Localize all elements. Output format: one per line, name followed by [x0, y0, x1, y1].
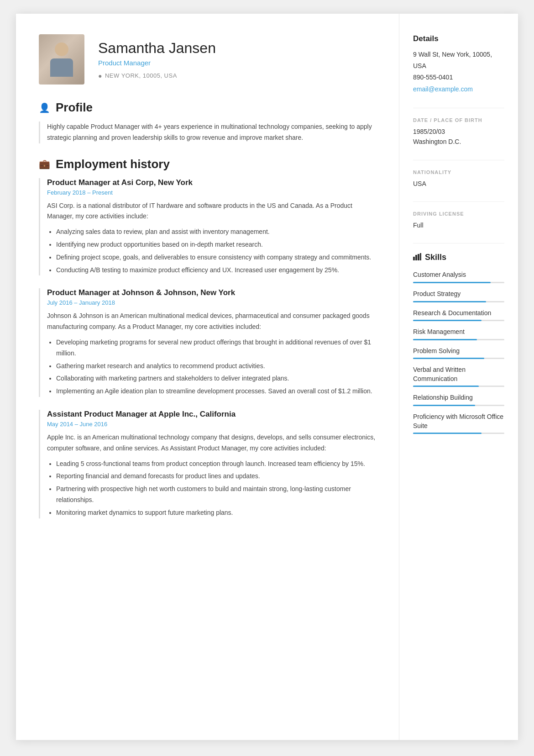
dob-value: 1985/20/03: [413, 127, 504, 137]
resume-header: Samantha Jansen Product Manager ● NEW YO…: [39, 34, 376, 85]
job-3-dates: May 2014 – June 2016: [47, 421, 376, 428]
sidebar-details: Details 9 Wall St, New York, 10005, USA …: [413, 34, 504, 95]
skills-header: Skills: [413, 253, 504, 262]
skill-bar-fill: [413, 320, 482, 321]
job-1: Product Manager at Asi Corp, New York Fe…: [39, 178, 376, 276]
profile-section: 👤 Profile Highly capable Product Manager…: [39, 100, 376, 143]
profile-icon: 👤: [39, 102, 50, 113]
list-item: Leading 5 cross-functional teams from pr…: [56, 459, 376, 470]
header-info: Samantha Jansen Product Manager ● NEW YO…: [98, 40, 216, 79]
list-item: Defining project scope, goals, and deliv…: [56, 252, 376, 263]
details-title: Details: [413, 34, 504, 43]
skill-product-strategy: Product Strategy: [413, 290, 504, 302]
job-2-bullets: Developing marketing programs for severa…: [47, 337, 376, 397]
job-1-dates: February 2018 – Present: [47, 189, 376, 196]
svg-rect-2: [418, 254, 419, 260]
skill-name: Problem Solving: [413, 347, 504, 356]
skills-title: Skills: [425, 253, 446, 262]
skill-risk-management: Risk Management: [413, 328, 504, 340]
sidebar: Details 9 Wall St, New York, 10005, USA …: [399, 14, 518, 740]
skill-bar-fill: [413, 339, 477, 340]
job-3: Assistant Product Manager at Apple Inc.,…: [39, 410, 376, 518]
phone: 890-555-0401: [413, 72, 504, 83]
list-item: Reporting financial and demand forecasts…: [56, 471, 376, 482]
sidebar-driving: DRIVING LICENSE Full: [413, 211, 504, 230]
skill-bar-fill: [413, 301, 486, 302]
job-1-description: ASI Corp. is a national distributor of I…: [47, 201, 376, 222]
skill-research-documentation: Research & Documentation: [413, 309, 504, 322]
sidebar-skills: Skills Customer Analysis Product Strateg…: [413, 253, 504, 434]
sidebar-dob: DATE / PLACE OF BIRTH 1985/20/03 Washing…: [413, 117, 504, 147]
skill-name: Proficiency with Microsoft Office Suite: [413, 412, 504, 430]
dob-label: DATE / PLACE OF BIRTH: [413, 117, 504, 123]
skill-bar-bg: [413, 282, 504, 283]
skill-bar-fill: [413, 358, 484, 359]
svg-rect-3: [420, 253, 421, 260]
skill-bar-fill: [413, 282, 491, 283]
driving-label: DRIVING LICENSE: [413, 211, 504, 217]
employment-icon: 💼: [39, 159, 50, 169]
skill-bar-bg: [413, 358, 504, 359]
profile-text: Highly capable Product Manager with 4+ y…: [39, 122, 376, 143]
list-item: Partnering with prospective high net wor…: [56, 484, 376, 506]
list-item: Implementing an Agile ideation plan to s…: [56, 386, 376, 397]
skill-bar-bg: [413, 405, 504, 406]
skill-verbal-written-communication: Verbal and Written Communication: [413, 365, 504, 387]
list-item: Gathering market research and analytics …: [56, 361, 376, 372]
skill-microsoft-office: Proficiency with Microsoft Office Suite: [413, 412, 504, 434]
address: 9 Wall St, New York, 10005, USA: [413, 49, 504, 72]
svg-rect-0: [413, 257, 415, 260]
skill-bar-fill: [413, 386, 479, 387]
skill-name: Risk Management: [413, 328, 504, 337]
skill-problem-solving: Problem Solving: [413, 347, 504, 359]
job-3-description: Apple Inc. is an American multinational …: [47, 432, 376, 454]
avatar: [39, 34, 84, 85]
skill-bar-bg: [413, 301, 504, 302]
skill-customer-analysis: Customer Analysis: [413, 270, 504, 283]
skill-bar-bg: [413, 386, 504, 387]
candidate-location: ● NEW YORK, 10005, USA: [98, 72, 216, 79]
job-2-dates: July 2016 – January 2018: [47, 299, 376, 306]
nationality-label: NATIONALITY: [413, 169, 504, 175]
skill-name: Verbal and Written Communication: [413, 365, 504, 383]
job-1-title: Product Manager at Asi Corp, New York: [47, 178, 376, 187]
list-item: Collaborating with marketing partners an…: [56, 373, 376, 384]
skill-bar-fill: [413, 405, 475, 406]
list-item: Identifying new product opportunities ba…: [56, 239, 376, 250]
driving-value: Full: [413, 220, 504, 230]
skills-bar-icon: [413, 253, 421, 262]
skill-name: Relationship Building: [413, 393, 504, 402]
list-item: Analyzing sales data to review, plan and…: [56, 227, 376, 238]
skill-bar-bg: [413, 320, 504, 321]
profile-section-header: 👤 Profile: [39, 100, 376, 115]
list-item: Monitoring market dynamics to support fu…: [56, 508, 376, 518]
list-item: Conducting A/B testing to maximize produ…: [56, 265, 376, 276]
job-3-bullets: Leading 5 cross-functional teams from pr…: [47, 459, 376, 518]
birthplace-value: Washington D.C.: [413, 137, 504, 147]
skill-name: Product Strategy: [413, 290, 504, 299]
svg-rect-1: [415, 255, 417, 260]
job-2-description: Johnson & Johnson is an American multina…: [47, 311, 376, 333]
main-content: Samantha Jansen Product Manager ● NEW YO…: [16, 14, 399, 740]
email[interactable]: email@example.com: [413, 85, 473, 93]
location-icon: ●: [98, 72, 102, 79]
skill-name: Research & Documentation: [413, 309, 504, 318]
skill-relationship-building: Relationship Building: [413, 393, 504, 406]
job-3-title: Assistant Product Manager at Apple Inc.,…: [47, 410, 376, 419]
employment-section: 💼 Employment history Product Manager at …: [39, 157, 376, 518]
skill-bar-bg: [413, 339, 504, 340]
employment-title: Employment history: [56, 157, 170, 171]
resume-container: Samantha Jansen Product Manager ● NEW YO…: [16, 14, 518, 740]
candidate-name: Samantha Jansen: [98, 40, 216, 57]
employment-section-header: 💼 Employment history: [39, 157, 376, 171]
job-2-title: Product Manager at Johnson & Johnson, Ne…: [47, 288, 376, 297]
list-item: Developing marketing programs for severa…: [56, 337, 376, 359]
candidate-title: Product Manager: [98, 59, 216, 67]
sidebar-nationality: NATIONALITY USA: [413, 169, 504, 189]
sidebar-contact: 9 Wall St, New York, 10005, USA 890-555-…: [413, 49, 504, 95]
nationality-value: USA: [413, 179, 504, 189]
job-2: Product Manager at Johnson & Johnson, Ne…: [39, 288, 376, 397]
job-1-bullets: Analyzing sales data to review, plan and…: [47, 227, 376, 275]
skill-bar-bg: [413, 433, 504, 434]
profile-title: Profile: [56, 100, 93, 115]
